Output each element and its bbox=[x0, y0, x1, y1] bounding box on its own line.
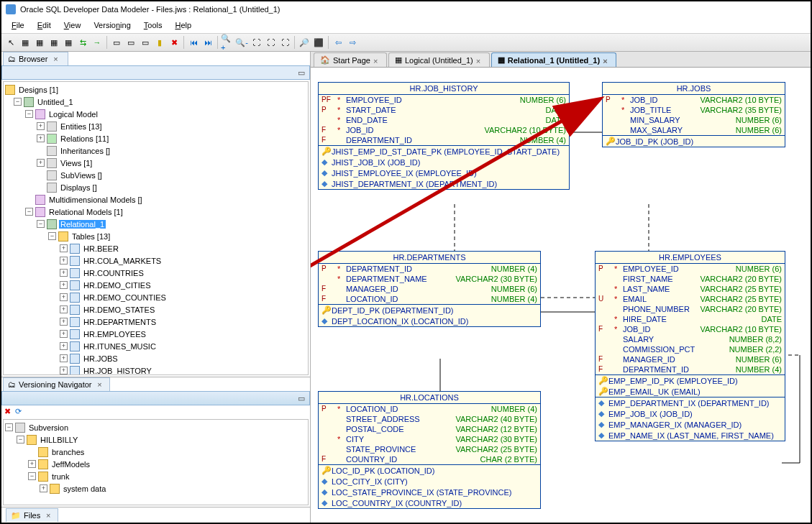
tree-table-item[interactable]: HR.DEPARTMENTS bbox=[82, 318, 158, 326]
tree-designs[interactable]: Designs [1] bbox=[17, 86, 60, 94]
tree-toggle[interactable]: + bbox=[40, 484, 47, 492]
tree-toggle[interactable]: − bbox=[25, 110, 33, 118]
tree-toggle[interactable]: − bbox=[48, 232, 56, 240]
tree-relations[interactable]: Relations [11] bbox=[59, 134, 110, 143]
entity-employees[interactable]: HR.EMPLOYEESP*EMPLOYEE_IDNUMBER (6)FIRST… bbox=[595, 251, 785, 441]
box1-icon[interactable]: ▭ bbox=[110, 36, 123, 49]
tree-tables[interactable]: Tables [13] bbox=[70, 232, 111, 241]
tree-hillbilly[interactable]: HILLBILLY bbox=[39, 436, 79, 444]
arrow-icon[interactable]: → bbox=[91, 36, 104, 49]
forward-icon[interactable]: ⇨ bbox=[346, 36, 359, 49]
back-icon[interactable]: ⇦ bbox=[332, 36, 345, 49]
tree-multidim[interactable]: Multidimensional Models [] bbox=[47, 196, 144, 204]
tree-toggle[interactable]: + bbox=[60, 330, 68, 338]
tree-toggle[interactable]: + bbox=[60, 244, 68, 252]
zoom-in-icon[interactable]: 🔍+ bbox=[221, 36, 234, 49]
files-tab-close-icon[interactable]: × bbox=[43, 510, 53, 520]
tree-toggle[interactable]: − bbox=[37, 220, 45, 228]
refresh-icon[interactable]: ⟳ bbox=[15, 407, 22, 416]
browser-minimize-icon[interactable]: ▭ bbox=[296, 68, 306, 78]
tab-logical[interactable]: ▦Logical (Untitled_1)× bbox=[388, 52, 490, 67]
tree-toggle[interactable]: − bbox=[5, 423, 13, 431]
fit3-icon[interactable]: ⛶ bbox=[278, 36, 291, 49]
tree-toggle[interactable]: + bbox=[60, 269, 68, 277]
versioning-tree[interactable]: −Subversion −HILLBILLY branches +JeffMod… bbox=[3, 419, 309, 505]
tab-relational[interactable]: ▦Relational_1 (Untitled_1)× bbox=[491, 52, 616, 67]
menu-edit[interactable]: Edit bbox=[32, 19, 57, 31]
note-icon[interactable]: ▮ bbox=[153, 36, 166, 49]
tree-toggle[interactable]: + bbox=[60, 293, 68, 301]
delete-icon[interactable]: ✖ bbox=[4, 407, 11, 416]
tree-trunk[interactable]: trunk bbox=[50, 472, 70, 481]
tree-table-item[interactable]: HR.ITUNES_MUSIC bbox=[82, 342, 158, 351]
tree-table-item[interactable]: HR.DEMO_CITIES bbox=[82, 281, 152, 290]
diagram-canvas[interactable]: HR.JOB_HISTORYPF*EMPLOYEE_IDNUMBER (6)P*… bbox=[311, 68, 811, 523]
delete-icon[interactable]: ✖ bbox=[168, 36, 181, 49]
tree-table-item[interactable]: HR.BEER bbox=[82, 244, 120, 253]
tree-table-item[interactable]: HR.DEMO_COUNTIES bbox=[82, 293, 168, 302]
tree-toggle[interactable]: + bbox=[37, 122, 45, 130]
fit2-icon[interactable]: ⛶ bbox=[264, 36, 277, 49]
search-icon[interactable]: 🔎 bbox=[298, 36, 311, 49]
browser-tab[interactable]: 🗂 Browser × bbox=[3, 52, 68, 65]
tree-relational1[interactable]: Relational_1 bbox=[59, 220, 106, 229]
tree-toggle[interactable]: + bbox=[60, 354, 68, 362]
tree-branches[interactable]: branches bbox=[50, 448, 86, 456]
tree-toggle[interactable]: − bbox=[17, 436, 24, 443]
tree-relmodels[interactable]: Relational Models [1] bbox=[47, 208, 124, 216]
tree-systemdata[interactable]: system data bbox=[62, 484, 107, 493]
tree-toggle[interactable]: + bbox=[60, 318, 68, 326]
grid-icon[interactable]: ▦ bbox=[19, 36, 32, 49]
menu-versioning[interactable]: Versioning bbox=[88, 19, 136, 31]
tree-table-item[interactable]: HR.DEMO_STATES bbox=[82, 305, 156, 314]
entity-job-history[interactable]: HR.JOB_HISTORYPF*EMPLOYEE_IDNUMBER (6)P*… bbox=[318, 82, 570, 190]
tree-table-item[interactable]: HR.COUNTRIES bbox=[82, 269, 145, 277]
tree-jeffmodels[interactable]: JeffModels bbox=[50, 460, 91, 469]
first-icon[interactable]: ⏮ bbox=[187, 36, 200, 49]
box3-icon[interactable]: ▭ bbox=[139, 36, 152, 49]
browser-tab-close-icon[interactable]: × bbox=[50, 54, 60, 64]
versioning-tab-close-icon[interactable]: × bbox=[95, 380, 105, 390]
tree-toggle[interactable]: + bbox=[37, 159, 45, 167]
tab-start-page[interactable]: 🏠Start Page× bbox=[314, 52, 387, 67]
tree-toggle[interactable]: + bbox=[60, 305, 68, 313]
tree-views[interactable]: Views [1] bbox=[59, 159, 93, 167]
tree-inheritances[interactable]: Inheritances [] bbox=[59, 147, 111, 155]
tree-displays[interactable]: Displays [] bbox=[59, 183, 99, 192]
tree-subviews[interactable]: SubViews [] bbox=[59, 171, 104, 180]
versioning-minimize-icon[interactable]: ▭ bbox=[296, 393, 306, 403]
menu-tools[interactable]: Tools bbox=[138, 19, 168, 31]
zoom-out-icon[interactable]: 🔍- bbox=[235, 36, 248, 49]
entity-locations[interactable]: HR.LOCATIONSP*LOCATION_IDNUMBER (4)STREE… bbox=[318, 391, 541, 509]
grid3-icon[interactable]: ▦ bbox=[47, 36, 60, 49]
tree-toggle[interactable]: + bbox=[60, 281, 68, 289]
last-icon[interactable]: ⏭ bbox=[201, 36, 214, 49]
tree-subversion[interactable]: Subversion bbox=[27, 423, 70, 432]
link-icon[interactable]: ⇆ bbox=[76, 36, 89, 49]
menu-help[interactable]: Help bbox=[169, 19, 197, 31]
grid4-icon[interactable]: ▦ bbox=[62, 36, 75, 49]
tree-toggle[interactable]: + bbox=[28, 460, 36, 468]
grid2-icon[interactable]: ▦ bbox=[33, 36, 46, 49]
versioning-tab[interactable]: 🗂 Versioning Navigator × bbox=[3, 377, 110, 391]
tree-table-item[interactable]: HR.COLA_MARKETS bbox=[82, 257, 163, 265]
tree-table-item[interactable]: HR.EMPLOYEES bbox=[82, 330, 147, 339]
tab-close-icon[interactable]: × bbox=[603, 57, 610, 64]
tree-toggle[interactable]: − bbox=[14, 98, 22, 106]
pointer-icon[interactable]: ↖ bbox=[4, 36, 17, 49]
fit-icon[interactable]: ⛶ bbox=[250, 36, 263, 49]
stop-icon[interactable]: ⬛ bbox=[312, 36, 325, 49]
entity-jobs[interactable]: HR.JOBSP*JOB_IDVARCHAR2 (10 BYTE)*JOB_TI… bbox=[602, 82, 785, 147]
menu-file[interactable]: File bbox=[6, 19, 30, 31]
menu-view[interactable]: View bbox=[58, 19, 87, 31]
tree-logical[interactable]: Logical Model bbox=[47, 110, 99, 119]
tab-close-icon[interactable]: × bbox=[373, 57, 380, 64]
tree-untitled[interactable]: Untitled_1 bbox=[36, 98, 75, 106]
tab-close-icon[interactable]: × bbox=[476, 57, 483, 64]
entity-departments[interactable]: HR.DEPARTMENTSP*DEPARTMENT_IDNUMBER (4)*… bbox=[318, 251, 541, 327]
tree-entities[interactable]: Entities [13] bbox=[59, 122, 103, 131]
tree-table-item[interactable]: HR.JOB_HISTORY bbox=[82, 367, 153, 375]
files-tab[interactable]: 📁 Files × bbox=[6, 508, 58, 522]
tree-toggle[interactable]: − bbox=[28, 472, 36, 480]
browser-tree[interactable]: Designs [1] −Untitled_1 −Logical Model +… bbox=[3, 81, 309, 375]
